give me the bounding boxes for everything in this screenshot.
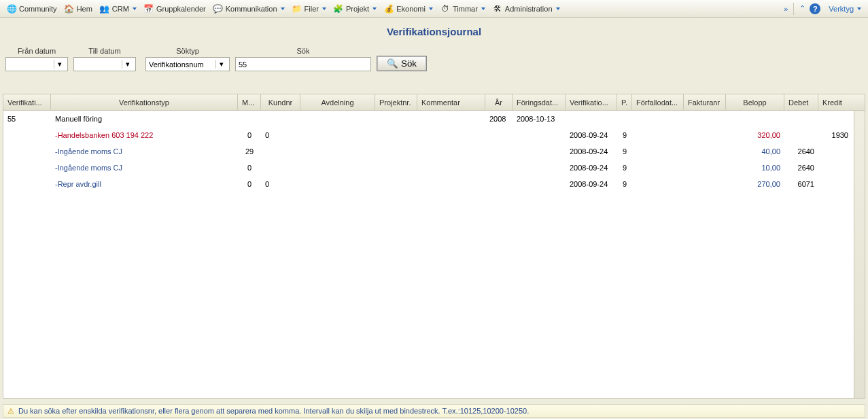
toolbar-item-projekt[interactable]: 🧩Projekt: [330, 1, 380, 16]
hem-icon: 🏠: [64, 3, 75, 14]
search-button[interactable]: 🔍 Sök: [377, 56, 427, 71]
toolbar-item-label: Projekt: [346, 5, 369, 13]
footer-text: Du kan söka efter enskilda verifikations…: [18, 407, 529, 415]
toolbar-item-label: Timmar: [453, 5, 478, 13]
toolbar-separator: [793, 3, 794, 15]
col-forfallodatum[interactable]: Förfallodat...: [632, 94, 684, 110]
main-toolbar: 🌐Community🏠Hem👥CRM📅Gruppkalender💬Kommuni…: [0, 0, 868, 18]
gruppkalender-icon: 📅: [143, 3, 154, 14]
chevron-down-icon: [481, 7, 485, 10]
sok-field-label: Sök: [235, 47, 371, 57]
col-verifikationsdatum[interactable]: Verifikatio...: [566, 94, 617, 110]
main-panel: Verifikationsjournal Från datum ▾ Till d…: [0, 18, 868, 403]
toolbar-item-filer[interactable]: 📁Filer: [288, 1, 330, 16]
projekt-icon: 🧩: [333, 3, 344, 14]
col-m[interactable]: M...: [238, 94, 261, 110]
administration-icon: 🛠: [492, 3, 503, 14]
expand-icon[interactable]: »: [784, 5, 788, 13]
toolbar-item-label: CRM: [112, 5, 129, 13]
grid-header: Verifikati... Verifikationstyp M... Kund…: [3, 94, 865, 111]
chevron-down-icon: [429, 7, 433, 10]
collapse-up-icon[interactable]: ⌃: [799, 4, 805, 13]
ekonomi-icon: 💰: [383, 3, 394, 14]
search-row: Från datum ▾ Till datum ▾ Söktyp Verifik…: [4, 44, 864, 75]
table-row[interactable]: -Handelsbanken 603 194 222002008-09-2493…: [3, 127, 854, 143]
col-kredit[interactable]: Kredit: [818, 94, 852, 110]
from-date-input[interactable]: ▾: [5, 57, 68, 71]
toolbar-item-community[interactable]: 🌐Community: [3, 1, 60, 16]
kommunikation-icon: 💬: [213, 3, 224, 14]
toolbar-item-hem[interactable]: 🏠Hem: [60, 1, 96, 16]
toolbar-item-label: Filer: [305, 5, 319, 13]
col-verifikationstyp[interactable]: Verifikationstyp: [51, 94, 238, 110]
table-row[interactable]: -Ingående moms CJ292008-09-24940,002640: [3, 143, 854, 160]
toolbar-item-ekonomi[interactable]: 💰Ekonomi: [380, 1, 436, 16]
col-verifikation[interactable]: Verifikati...: [3, 94, 51, 110]
to-date-input[interactable]: ▾: [73, 57, 136, 71]
timmar-icon: ⏱: [440, 3, 451, 14]
chevron-down-icon: [281, 7, 285, 10]
toolbar-item-label: Community: [19, 5, 57, 13]
tools-label: Verktyg: [829, 5, 854, 13]
search-input[interactable]: [235, 57, 371, 71]
col-fakturanr[interactable]: Fakturanr: [684, 94, 726, 110]
table-row[interactable]: -Ingående moms CJ02008-09-24910,002640: [3, 160, 854, 176]
hint-footer: ⚠ Du kan söka efter enskilda verifikatio…: [3, 404, 865, 418]
toolbar-item-timmar[interactable]: ⏱Timmar: [436, 1, 489, 16]
toolbar-item-crm[interactable]: 👥CRM: [96, 1, 140, 16]
table-row[interactable]: 55Manuell föring20082008-10-13: [3, 111, 854, 127]
tools-menu[interactable]: Verktyg: [824, 5, 865, 13]
toolbar-item-gruppkalender[interactable]: 📅Gruppkalender: [140, 1, 209, 16]
to-date-label: Till datum: [73, 47, 136, 57]
table-row[interactable]: -Repr avdr.gill002008-09-249270,006071: [3, 176, 854, 192]
col-kundnr[interactable]: Kundnr: [261, 94, 300, 110]
journal-grid: Verifikati... Verifikationstyp M... Kund…: [3, 94, 865, 399]
search-button-label: Sök: [401, 58, 417, 69]
chevron-down-icon: [556, 7, 560, 10]
filer-icon: 📁: [292, 3, 302, 14]
toolbar-item-label: Kommunikation: [226, 5, 277, 13]
chevron-down-icon: [133, 7, 137, 10]
col-avdelning[interactable]: Avdelning: [300, 94, 375, 110]
community-icon: 🌐: [6, 3, 17, 14]
info-icon: ⚠: [7, 407, 14, 416]
from-date-label: Från datum: [5, 47, 68, 57]
chevron-down-icon: ▾: [215, 60, 226, 69]
toolbar-item-label: Hem: [77, 5, 92, 13]
help-icon[interactable]: ?: [810, 3, 820, 14]
crm-icon: 👥: [99, 3, 110, 14]
toolbar-item-kommunikation[interactable]: 💬Kommunikation: [209, 1, 288, 16]
chevron-down-icon: [372, 7, 377, 10]
soktyp-select[interactable]: Verifikationsnum ▾: [145, 57, 230, 71]
col-kommentar[interactable]: Kommentar: [417, 94, 485, 110]
search-icon: 🔍: [387, 58, 398, 69]
col-foringsdatum[interactable]: Föringsdat...: [513, 94, 566, 110]
col-ar[interactable]: År: [485, 94, 513, 110]
grid-body[interactable]: 55Manuell föring20082008-10-13-Handelsba…: [3, 111, 865, 398]
col-projektnr[interactable]: Projektnr.: [375, 94, 417, 110]
toolbar-item-administration[interactable]: 🛠Administration: [489, 1, 563, 16]
soktyp-label: Söktyp: [145, 47, 230, 57]
page-title: Verifikationsjournal: [4, 22, 864, 44]
col-belopp[interactable]: Belopp: [726, 94, 784, 110]
chevron-down-icon: [857, 7, 861, 10]
toolbar-item-label: Gruppkalender: [156, 5, 206, 13]
chevron-down-icon: ▾: [122, 60, 133, 69]
vertical-scrollbar[interactable]: [854, 111, 865, 398]
chevron-down-icon: [322, 7, 326, 10]
col-p[interactable]: P.: [617, 94, 632, 110]
col-debet[interactable]: Debet: [784, 94, 818, 110]
chevron-down-icon: ▾: [54, 60, 65, 69]
toolbar-item-label: Ekonomi: [396, 5, 426, 13]
toolbar-item-label: Administration: [505, 5, 553, 13]
